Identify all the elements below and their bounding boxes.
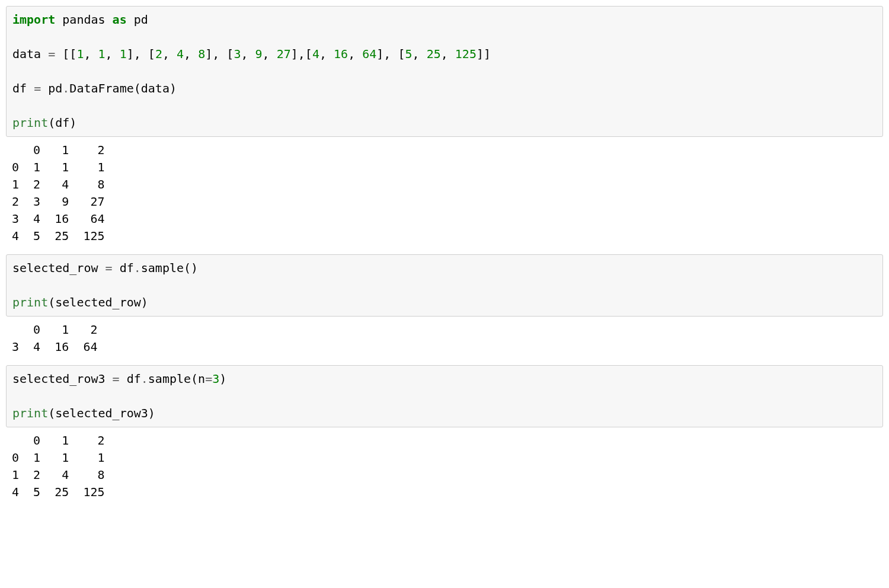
var-df: df: [12, 81, 34, 95]
num: 4: [312, 47, 319, 61]
comma: ,: [184, 47, 198, 61]
bracket-mid: ], [: [205, 47, 234, 61]
pd-ref: pd: [41, 81, 62, 95]
fn-print: print: [12, 406, 48, 420]
comma: ,: [241, 47, 255, 61]
num: 1: [98, 47, 105, 61]
bracket-open: [[: [62, 47, 76, 61]
operator-eq: =: [205, 372, 212, 386]
code-output-2: 0 1 2 3 4 16 64: [6, 317, 883, 356]
var-data: data: [12, 47, 48, 61]
num: 1: [120, 47, 127, 61]
comma: ,: [263, 47, 277, 61]
bracket-mid: ], [: [376, 47, 405, 61]
num: 1: [76, 47, 84, 61]
sample-call: sample(): [141, 261, 198, 275]
operator-eq: =: [105, 261, 113, 275]
bracket-close: ]]: [477, 47, 491, 61]
code-input-1[interactable]: import pandas as pd data = [[1, 1, 1], […: [6, 6, 883, 137]
num: 125: [455, 47, 477, 61]
module-pandas: pandas: [62, 12, 105, 27]
dataframe-call: DataFrame(data): [69, 81, 177, 95]
num: 27: [277, 47, 291, 61]
fn-print: print: [12, 116, 48, 130]
num: 25: [427, 47, 441, 61]
comma: ,: [348, 47, 362, 61]
alias-pd: pd: [134, 12, 148, 27]
code-output-3: 0 1 2 0 1 1 1 1 2 4 8 4 5 25 125: [6, 427, 883, 501]
num: 16: [334, 47, 348, 61]
num: 5: [405, 47, 412, 61]
dot: .: [62, 81, 69, 95]
close-paren: ): [219, 372, 226, 386]
dot: .: [134, 261, 141, 275]
num: 9: [255, 47, 263, 61]
comma: ,: [319, 47, 334, 61]
notebook-cell-1: import pandas as pd data = [[1, 1, 1], […: [6, 6, 883, 245]
var-selected-row3: selected_row3: [12, 372, 113, 386]
num: 3: [212, 372, 219, 386]
print-arg: (selected_row3): [48, 406, 155, 420]
code-output-1: 0 1 2 0 1 1 1 1 2 4 8 2 3 9 27 3 4 16 64…: [6, 137, 883, 245]
comma: ,: [412, 47, 427, 61]
code-input-2[interactable]: selected_row = df.sample() print(selecte…: [6, 254, 883, 317]
df-ref: df: [113, 261, 134, 275]
fn-print: print: [12, 295, 48, 309]
comma: ,: [441, 47, 455, 61]
operator-eq: =: [48, 47, 55, 61]
bracket-mid: ], [: [127, 47, 155, 61]
num: 3: [234, 47, 241, 61]
notebook-cell-2: selected_row = df.sample() print(selecte…: [6, 254, 883, 356]
comma: ,: [105, 47, 120, 61]
num: 2: [155, 47, 162, 61]
dot: .: [141, 372, 148, 386]
space: [55, 47, 62, 61]
num: 64: [362, 47, 376, 61]
print-arg: (selected_row): [48, 295, 148, 309]
notebook-cell-3: selected_row3 = df.sample(n=3) print(sel…: [6, 365, 883, 501]
df-ref: df: [120, 372, 141, 386]
comma: ,: [84, 47, 98, 61]
keyword-as: as: [113, 12, 127, 27]
code-input-3[interactable]: selected_row3 = df.sample(n=3) print(sel…: [6, 365, 883, 427]
var-selected-row: selected_row: [12, 261, 105, 275]
num: 4: [177, 47, 184, 61]
num: 8: [198, 47, 205, 61]
comma: ,: [162, 47, 177, 61]
operator-eq: =: [113, 372, 120, 386]
sample-open: sample(n: [148, 372, 205, 386]
operator-eq: =: [34, 81, 41, 95]
print-arg: (df): [48, 116, 76, 130]
keyword-import: import: [12, 12, 55, 27]
bracket-mid: ],[: [291, 47, 312, 61]
